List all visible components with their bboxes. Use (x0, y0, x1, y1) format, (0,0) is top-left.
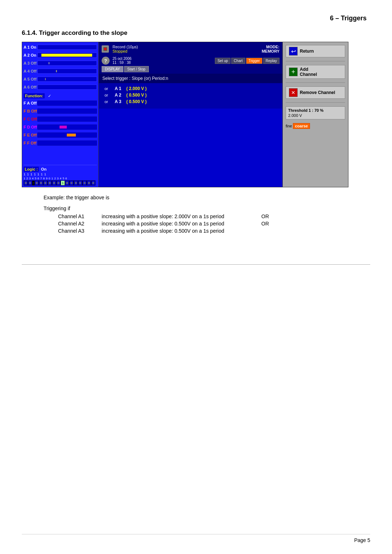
display-row: DISPLAY Start / Stop (99, 65, 282, 74)
section-title: 6.1.4. Trigger according to the slope (22, 29, 370, 37)
channel-fd-bar (37, 125, 97, 130)
svg-point-1 (104, 48, 107, 50)
channel-a5-bar (37, 77, 97, 82)
left-panel: A 1 On A 2 On A 3 Off A 4 Off A 5 Off (22, 42, 98, 187)
logic-bits-row: 0 0 : 0 0 0 0 0 0 1 0 0 0 0 0 0 0 (24, 180, 97, 186)
bottom-text: Example: the trigger above is Triggering… (22, 187, 370, 243)
nav-buttons: Set up Chart Trigger Replay (215, 58, 279, 64)
channel-fa-row[interactable]: F A Off (24, 99, 97, 107)
bit-15: 0 (91, 180, 95, 186)
channel-a2-row[interactable]: A 2 On (24, 52, 97, 59)
record-text: Record (10µs) Stopped (113, 45, 138, 53)
channel-fd-label: F D Off (24, 125, 37, 129)
trigger-message: Select trigger : Slope (or) Period:n (99, 74, 282, 83)
cond-3-value: ( 0.500 V ) (126, 99, 147, 104)
channel-a3-row[interactable]: A 3 Off (24, 60, 97, 67)
cond-2-value: ( 0.500 V ) (126, 93, 147, 98)
add-channel-button[interactable]: + AddChannel (286, 65, 345, 79)
setup-btn[interactable]: Set up (215, 58, 230, 64)
cond-row-2: or A 2 ( 0.500 V ) (105, 93, 277, 98)
trig-or-1: OR (261, 213, 269, 219)
logic-section: Logic : On 1 1 1 1 1 1 1 1 2 3 4 5 6 7 8… (24, 165, 97, 186)
channel-a5-label: A 5 Off (24, 77, 37, 81)
channel-a5-row[interactable]: A 5 Off (24, 76, 97, 83)
channel-fb-label: F B Off (24, 109, 37, 113)
chart-btn[interactable]: Chart (231, 58, 245, 64)
remove-channel-button[interactable]: ✕ Remove Channel (286, 86, 345, 99)
footer-divider (22, 264, 370, 265)
return-button[interactable]: ↩ Return (286, 45, 345, 57)
channel-fc-row[interactable]: F C Off (24, 115, 97, 123)
channel-a4-label: A 4 Off (24, 69, 37, 73)
bit-8: 1 (61, 180, 65, 186)
center-panel: Record (10µs) Stopped MODE: MEMORY ? 25 … (98, 42, 283, 187)
mode-info: MODE: MEMORY (262, 45, 279, 53)
coarse-button[interactable]: coarse (293, 123, 310, 129)
trigger-conditions: or A 1 ( 2.000 V ) or A 2 ( 0.500 V ) or… (99, 83, 282, 109)
function-label[interactable]: Function: (24, 93, 45, 98)
channel-a2-bar (37, 53, 97, 58)
help-icon[interactable]: ? (102, 57, 110, 65)
return-icon: ↩ (289, 47, 298, 56)
bit-1: 0 (28, 180, 32, 186)
trig-desc-3: increasing with a positive slope: 0.500V… (102, 228, 254, 234)
instrument-subheader: ? 25 oct 2006 11 : 59 : 38 Set up Chart … (99, 56, 282, 65)
fine-label: fine (286, 124, 292, 128)
cond-2-channel: A 2 (115, 93, 123, 98)
channel-a4-row[interactable]: A 4 Off (24, 68, 97, 75)
bit-10: 0 (69, 180, 74, 186)
trig-row-3: Channel A3 increasing with a positive sl… (58, 228, 348, 234)
bit-3: 0 (39, 180, 43, 186)
channel-a6-row[interactable]: A 6 Off (24, 83, 97, 91)
trig-channel-2: Channel A2 (58, 221, 94, 227)
cond-1-prefix: or (105, 86, 112, 91)
bit-4: 0 (43, 180, 48, 186)
channel-fa-bar (37, 101, 97, 106)
channel-a4-bar (37, 69, 97, 74)
triggering-title: Triggering if (44, 205, 348, 211)
logic-label: Logic : (24, 167, 39, 172)
trig-row-1: Channel A1 increasing with a positive sl… (58, 213, 348, 219)
logic-index: 1 2 3 4 5 6 7 8 9 0 1 2 3 4 5 6 (24, 177, 97, 180)
channel-a6-label: A 6 Off (24, 85, 37, 89)
channel-a3-bar (37, 61, 97, 66)
channel-fc-label: F C Off (24, 117, 37, 121)
bit-11: 0 (74, 180, 78, 186)
right-panel: ↩ Return + AddChannel ✕ Remove Channel (283, 42, 348, 187)
cond-3-channel: A 3 (115, 99, 123, 104)
channel-a1-row[interactable]: A 1 On (24, 44, 97, 51)
trigger-btn[interactable]: Trigger (246, 58, 262, 64)
trig-desc-1: increasing with a positive slope: 2.000V… (102, 213, 254, 219)
channel-fe-row[interactable]: F E Off (24, 131, 97, 139)
threshold-value: 2.000 V (288, 113, 343, 118)
channel-a1-bar (37, 45, 97, 50)
bit-7: 0 (56, 180, 61, 186)
date-time: 25 oct 2006 11 : 59 : 38 (113, 57, 131, 65)
add-channel-icon: + (289, 68, 298, 76)
channel-fb-row[interactable]: F B Off (24, 107, 97, 115)
divider-1 (286, 61, 345, 61)
bit-0: 0 (24, 180, 28, 186)
replay-btn[interactable]: Replay (263, 58, 279, 64)
display-btn[interactable]: DISPLAY (102, 66, 123, 72)
cond-1-value: ( 2.000 V ) (126, 86, 147, 91)
ui-container: A 1 On A 2 On A 3 Off A 4 Off A 5 Off (22, 42, 348, 187)
channel-fd-row[interactable]: F D Off (24, 123, 97, 131)
bit-14: 0 (87, 180, 91, 186)
triggering-table: Channel A1 increasing with a positive sl… (58, 213, 348, 234)
cond-row-3: or A 3 ( 0.500 V ) (105, 99, 277, 104)
bit-12: 0 (78, 180, 82, 186)
threshold-title: Threshold 1 : 70 % (288, 108, 343, 113)
return-label: Return (300, 49, 314, 54)
divider-2 (286, 82, 345, 83)
bit-13: 0 (82, 180, 87, 186)
start-stop-btn[interactable]: Start / Stop (124, 66, 149, 72)
channel-ff-row[interactable]: F F Off (24, 139, 97, 147)
trig-channel-1: Channel A1 (58, 213, 94, 219)
bit-6: 0 (52, 180, 56, 186)
cond-1-channel: A 1 (115, 86, 123, 91)
channel-fb-bar (37, 109, 97, 114)
threshold-box: Threshold 1 : 70 % 2.000 V (286, 106, 345, 119)
function-checkbox[interactable]: ✓ (48, 94, 51, 98)
trig-row-2: Channel A2 increasing with a positive sl… (58, 221, 348, 227)
